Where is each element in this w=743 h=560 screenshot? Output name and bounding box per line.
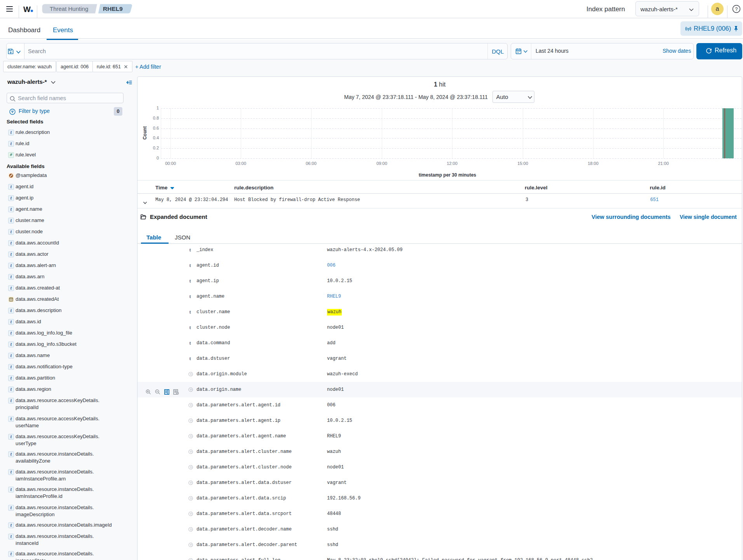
svg-text:?: ? bbox=[735, 7, 738, 12]
svg-text:?: ? bbox=[190, 481, 192, 484]
svg-text:?: ? bbox=[190, 372, 192, 376]
svg-text:?: ? bbox=[190, 403, 192, 407]
svg-text:?: ? bbox=[190, 450, 192, 453]
svg-text:?: ? bbox=[190, 434, 192, 438]
svg-text:?: ? bbox=[190, 543, 192, 546]
svg-text:?: ? bbox=[190, 558, 192, 560]
svg-text:?: ? bbox=[190, 512, 192, 515]
svg-text:?: ? bbox=[190, 465, 192, 469]
svg-text:?: ? bbox=[190, 527, 192, 531]
svg-text:?: ? bbox=[190, 496, 192, 500]
svg-text:?: ? bbox=[190, 388, 192, 391]
svg-text:?: ? bbox=[190, 419, 192, 422]
